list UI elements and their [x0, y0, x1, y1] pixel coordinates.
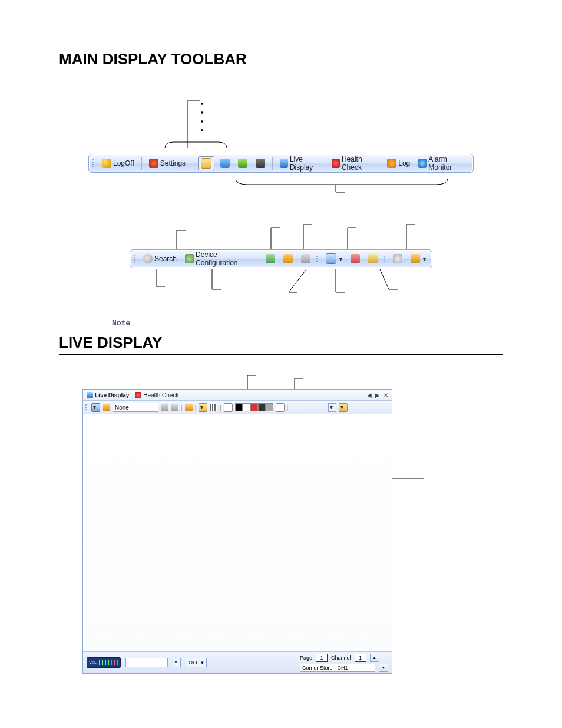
heading-main-display-toolbar: MAIN DISPLAY TOOLBAR — [59, 50, 503, 71]
monitor-icon — [280, 159, 288, 168]
svg-point-5 — [201, 130, 203, 131]
target-select-value: None — [115, 404, 129, 411]
disconnect-button[interactable] — [348, 253, 362, 265]
device-config-icon — [185, 254, 194, 263]
main-display-toolbar: LogOff Settings Live Display — [88, 154, 474, 173]
camera-small-icon — [411, 254, 420, 263]
channel-label: Channel — [331, 655, 351, 661]
live-toolbar: None | | | — [83, 401, 392, 414]
camera-button[interactable] — [253, 157, 267, 169]
live-display-window: Live Display Health Check ◀ ▶ ✕ — [82, 389, 392, 674]
disconnect-icon — [351, 254, 360, 263]
audio-off-label: OFF — [189, 660, 199, 666]
log-label: Log — [398, 159, 410, 167]
connect-button[interactable] — [218, 157, 232, 169]
health-check-label: Health Check — [342, 155, 379, 172]
audio-off-button[interactable]: OFF▾ — [186, 658, 207, 667]
folder-icon — [201, 158, 211, 169]
svg-point-3 — [201, 112, 203, 114]
settings-icon — [149, 159, 158, 168]
tab-close-button[interactable]: ✕ — [384, 392, 388, 398]
action-icon-2[interactable] — [171, 404, 178, 411]
live-display-button[interactable]: Live Display — [277, 154, 326, 173]
screen-icon — [326, 253, 336, 264]
camera-small-icon[interactable] — [103, 404, 110, 411]
audio-target-select[interactable] — [125, 658, 168, 667]
svg-point-4 — [201, 121, 203, 123]
audio-target-arrow[interactable] — [173, 658, 181, 667]
video-canvas[interactable] — [83, 414, 392, 651]
logoff-label: LogOff — [113, 159, 134, 167]
health-icon — [332, 159, 340, 168]
health-check-button[interactable]: Health Check — [329, 154, 381, 173]
swatch-black[interactable] — [235, 403, 243, 411]
status-text: Corner Store - CH1 — [300, 664, 375, 672]
page-number[interactable]: 1 — [316, 654, 328, 662]
note-label: Note — [112, 319, 503, 328]
tab-prev-button[interactable]: ◀ — [367, 392, 372, 398]
swatch-gray[interactable] — [266, 403, 273, 411]
swatch-red[interactable] — [250, 403, 258, 411]
swatch-dark[interactable] — [258, 403, 266, 411]
separator — [141, 157, 142, 170]
toolbar-grip-icon — [92, 159, 94, 167]
toolbar-grip-icon — [316, 256, 318, 262]
extra-dropdown-1[interactable] — [328, 403, 336, 412]
separator — [272, 157, 273, 170]
play-icon — [266, 254, 275, 263]
color-swatches — [235, 403, 273, 411]
toolbar-grip-icon — [134, 255, 135, 263]
page-label: Page — [300, 655, 312, 661]
tab-next-button[interactable]: ▶ — [375, 392, 380, 398]
grid-icon[interactable] — [210, 404, 217, 411]
gray-icon — [301, 254, 310, 263]
map-icon — [283, 254, 293, 263]
tab-live-display[interactable]: Live Display — [87, 392, 129, 398]
channel-number[interactable]: 1 — [355, 654, 366, 662]
open-button[interactable] — [198, 156, 214, 170]
green-action-button[interactable] — [236, 157, 250, 169]
screen-split-dropdown[interactable] — [323, 252, 345, 265]
ptz-icon — [393, 254, 402, 263]
settings-button[interactable]: Settings — [147, 157, 188, 169]
snapshot-icon[interactable] — [185, 404, 193, 411]
toolbar-grip-icon — [384, 256, 385, 262]
ptz-button[interactable] — [391, 253, 405, 265]
device-config-button[interactable]: Device Configuration — [183, 249, 260, 268]
log-icon — [387, 159, 396, 168]
extra-dropdown-2[interactable] — [339, 403, 348, 412]
plus-icon[interactable] — [276, 403, 285, 412]
live-display-label: Live Display — [290, 155, 323, 172]
disk-icon — [368, 254, 378, 263]
heading-live-display: LIVE DISPLAY — [59, 334, 503, 355]
device-config-label: Device Configuration — [196, 251, 257, 267]
volume-indicator[interactable]: VOL — [87, 657, 121, 668]
channel-down-button[interactable]: ▼ — [379, 664, 388, 672]
alarm-monitor-label: Alarm Monitor — [428, 155, 467, 172]
log-button[interactable]: Log — [385, 157, 412, 169]
save-button[interactable] — [366, 253, 380, 265]
minus-icon[interactable] — [224, 403, 233, 412]
green-icon — [238, 159, 247, 168]
tab-health-check[interactable]: Health Check — [135, 392, 178, 398]
tab-health-check-label: Health Check — [143, 392, 178, 398]
play-button[interactable] — [263, 253, 277, 265]
camera-dropdown[interactable] — [408, 253, 428, 265]
monitor-icon — [87, 392, 93, 398]
svg-line-26 — [380, 269, 389, 289]
search-button[interactable]: Search — [141, 253, 179, 265]
save-dropdown[interactable] — [199, 403, 207, 412]
map-button[interactable] — [281, 253, 295, 265]
camera-icon — [256, 159, 265, 168]
health-icon — [135, 392, 141, 398]
swatch-white[interactable] — [243, 403, 250, 411]
disabled-button — [299, 253, 313, 265]
connect-icon — [220, 159, 230, 168]
action-icon-1[interactable] — [161, 404, 168, 411]
channel-up-button[interactable]: ▲ — [370, 654, 379, 662]
target-select[interactable]: None — [113, 403, 158, 412]
toolbar-grip-icon — [85, 404, 87, 410]
logoff-button[interactable]: LogOff — [100, 157, 137, 169]
alarm-monitor-button[interactable]: Alarm Monitor — [416, 154, 470, 173]
layout-dropdown[interactable] — [91, 403, 100, 412]
